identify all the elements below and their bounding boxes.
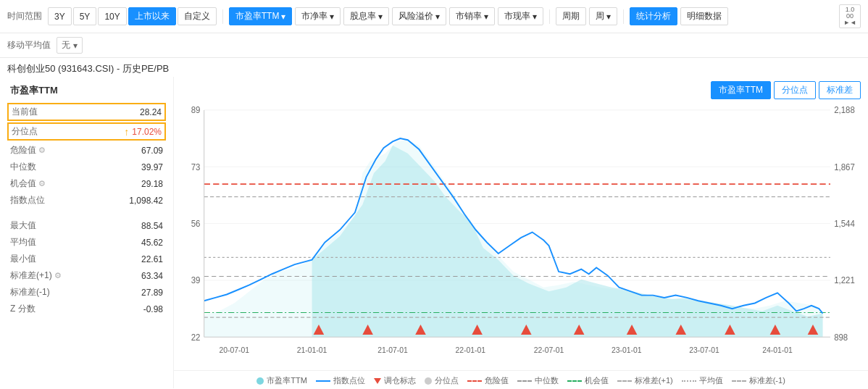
- time-range-group: 3Y 5Y 10Y 上市以来 自定义: [48, 7, 217, 25]
- legend-dash-opportunity: [567, 380, 582, 382]
- svg-text:21-01-01: 21-01-01: [297, 346, 327, 354]
- legend-std-plus: 标准差(+1): [617, 375, 673, 386]
- btn-pv[interactable]: 市现率 ▾: [498, 7, 543, 25]
- legend-quantile: 分位点: [425, 375, 459, 386]
- danger-value: 67.09: [141, 146, 163, 156]
- sep1: [222, 9, 223, 24]
- current-value-row: 当前值 28.24: [7, 103, 166, 121]
- btn-pe[interactable]: 市盈率TTM ▾: [229, 7, 293, 25]
- svg-text:73: 73: [191, 162, 201, 171]
- arrow-up-icon: ↑: [124, 126, 129, 138]
- min-label: 最小值: [10, 253, 36, 265]
- svg-text:89: 89: [191, 105, 201, 114]
- index-value: 1,098.42: [129, 196, 163, 206]
- time-range-label: 时间范围: [7, 10, 42, 22]
- svg-text:22-01-01: 22-01-01: [455, 346, 485, 354]
- svg-text:21-07-01: 21-07-01: [377, 346, 408, 354]
- std-plus-info-icon[interactable]: ⚙: [54, 271, 62, 280]
- legend-dash-danger: [467, 380, 482, 382]
- svg-text:24-01-01: 24-01-01: [762, 346, 793, 354]
- btn-3y[interactable]: 3Y: [48, 7, 72, 25]
- btn-detail[interactable]: 明细数据: [680, 7, 728, 25]
- legend-tri-rebalance: [374, 378, 381, 384]
- btn-div[interactable]: 股息率 ▾: [343, 7, 389, 25]
- gap1: [10, 209, 163, 217]
- max-value: 88.54: [141, 221, 163, 231]
- danger-label: 危险值: [10, 144, 36, 156]
- legend-pe: 市盈率TTM: [256, 375, 307, 386]
- legend-opportunity: 机会值: [567, 375, 609, 386]
- tab-quantile[interactable]: 分位点: [774, 81, 816, 99]
- btn-custom[interactable]: 自定义: [178, 7, 217, 25]
- std-minus-label: 标准差(-1): [10, 286, 50, 298]
- danger-info-icon[interactable]: ⚙: [38, 146, 46, 155]
- opportunity-info-icon[interactable]: ⚙: [38, 179, 46, 188]
- danger-row: 危险值 ⚙ 67.09: [10, 142, 163, 159]
- tab-pe[interactable]: 市盈率TTM: [711, 81, 771, 99]
- svg-text:23-07-01: 23-07-01: [689, 346, 719, 354]
- legend-danger: 危险值: [467, 375, 509, 386]
- max-row: 最大值 88.54: [10, 217, 163, 234]
- opportunity-row: 机会值 ⚙ 29.18: [10, 175, 163, 192]
- legend-std-minus: 标准差(-1): [732, 375, 785, 386]
- avg-value: 45.62: [141, 238, 163, 248]
- ma-select[interactable]: 无 ▾: [57, 37, 83, 54]
- z-label: Z 分数: [10, 303, 36, 315]
- std-plus-label: 标准差(+1): [10, 269, 52, 282]
- avg-row: 平均值 45.62: [10, 234, 163, 251]
- std-plus-value: 63.34: [141, 271, 163, 281]
- chart-title-bar: 科创创业50 (931643.CSI) - 历史PE/PB: [0, 58, 868, 77]
- legend-avg: 平均值: [682, 375, 723, 386]
- current-value: 28.24: [140, 107, 162, 117]
- min-row: 最小值 22.61: [10, 251, 163, 267]
- btn-period[interactable]: 周 ▾: [589, 7, 617, 25]
- main-chart-svg: 89 73 56 39 22 2,188 1,867 1,544 1,221 8…: [174, 102, 868, 370]
- legend-dash-avg: [682, 380, 696, 382]
- sep3: [623, 9, 624, 24]
- legend-dot-quantile: [425, 377, 432, 385]
- svg-text:56: 56: [191, 219, 201, 228]
- btn-10y[interactable]: 10Y: [98, 7, 126, 25]
- legend-line-index: [316, 380, 330, 382]
- ma-label: 移动平均值: [7, 39, 51, 51]
- chart-title: 科创创业50 (931643.CSI) - 历史PE/PB: [7, 63, 169, 74]
- svg-text:22: 22: [191, 332, 201, 341]
- ma-row: 移动平均值 无 ▾: [0, 33, 868, 58]
- right-chart: 市盈率TTM 分位点 标准差 89: [174, 77, 868, 388]
- btn-5y[interactable]: 5Y: [73, 7, 97, 25]
- svg-text:1,221: 1,221: [834, 275, 855, 285]
- legend-rebalance: 调仓标志: [374, 375, 416, 386]
- svg-text:39: 39: [191, 275, 201, 285]
- svg-text:23-01-01: 23-01-01: [612, 346, 642, 354]
- median-value: 39.97: [141, 162, 163, 172]
- panel-title: 市盈率TTM: [10, 84, 163, 97]
- legend-bar: 市盈率TTM 指数点位 调仓标志 分位点 危险值: [174, 370, 868, 388]
- legend-dash-std-minus: [732, 380, 746, 382]
- icon-box[interactable]: 1.0 00 ►◄: [839, 4, 861, 28]
- opportunity-label: 机会值: [10, 177, 36, 190]
- quantile-value: 17.02%: [132, 127, 162, 137]
- left-panel: 市盈率TTM 当前值 28.24 分位点 ↑ 17.02% 危险值 ⚙ 67.0…: [0, 77, 174, 388]
- legend-dot-pe: [256, 377, 264, 385]
- btn-ipo[interactable]: 上市以来: [128, 7, 176, 25]
- btn-ps[interactable]: 市销率 ▾: [449, 7, 495, 25]
- index-label: 指数点位: [10, 194, 45, 206]
- svg-text:1,544: 1,544: [834, 219, 855, 228]
- chart-tabs: 市盈率TTM 分位点 标准差: [174, 77, 868, 102]
- legend-dash-std-plus: [617, 380, 632, 382]
- sep2: [549, 9, 550, 24]
- tab-std[interactable]: 标准差: [819, 81, 861, 99]
- opportunity-value: 29.18: [141, 179, 163, 189]
- btn-cycle[interactable]: 周期: [556, 7, 586, 25]
- min-value: 22.61: [141, 254, 163, 264]
- btn-pb[interactable]: 市净率 ▾: [295, 7, 341, 25]
- btn-stat[interactable]: 统计分析: [630, 7, 677, 25]
- btn-risk[interactable]: 风险溢价 ▾: [392, 7, 446, 25]
- chart-wrap: 89 73 56 39 22 2,188 1,867 1,544 1,221 8…: [174, 102, 868, 388]
- svg-text:898: 898: [834, 332, 848, 341]
- z-value: -0.98: [143, 304, 163, 314]
- svg-text:20-07-01: 20-07-01: [219, 346, 249, 354]
- std-plus-row: 标准差(+1) ⚙ 63.34: [10, 267, 163, 284]
- current-label: 当前值: [12, 106, 38, 118]
- median-label: 中位数: [10, 161, 36, 173]
